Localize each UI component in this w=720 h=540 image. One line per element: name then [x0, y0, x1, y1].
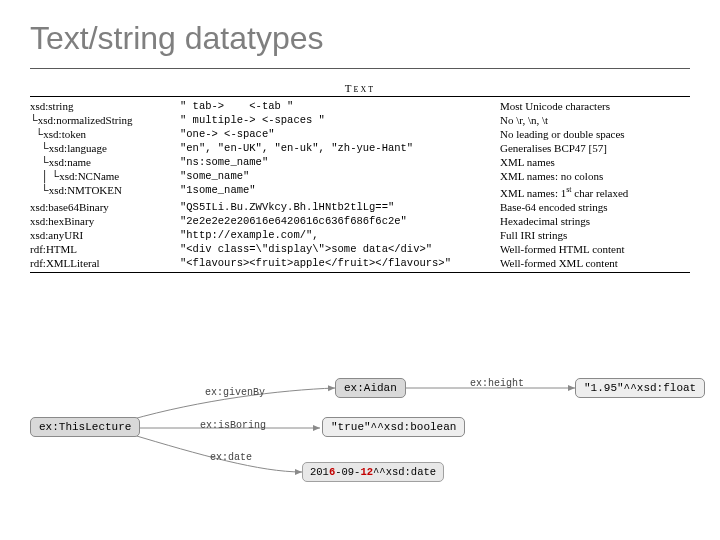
type-desc: Generalises BCP47 [57]: [500, 141, 690, 155]
page-title: Text/string datatypes: [30, 20, 323, 57]
type-example: "some_name": [180, 169, 500, 183]
rdf-graph: ex:ThisLecture ex:Aidan "true"^^xsd:bool…: [0, 380, 720, 520]
table-rule-bottom: [30, 272, 690, 273]
table-row: │ └xsd:NCName"some_name"XML names: no co…: [30, 169, 690, 183]
type-name: xsd:anyURI: [30, 228, 180, 242]
type-name: └xsd:normalizedString: [30, 113, 180, 127]
type-example: "<flavours><fruit>apple</fruit></flavour…: [180, 256, 500, 270]
table-header: Text: [30, 82, 690, 94]
type-desc: XML names: no colons: [500, 169, 690, 183]
type-example: "1some_name": [180, 183, 500, 200]
table-row: └xsd:name"ns:some_name"XML names: [30, 155, 690, 169]
type-name: └xsd:NMTOKEN: [30, 183, 180, 200]
datatype-table: Text xsd:string" tab-> <-tab "Most Unico…: [30, 82, 690, 273]
type-example: "QS5ILi.Bu.ZWVkcy.Bh.lHNtb2tlLg==": [180, 200, 500, 214]
edge-label-isBoring: ex:isBoring: [200, 420, 266, 431]
table-row: xsd:string" tab-> <-tab "Most Unicode ch…: [30, 99, 690, 113]
type-name: xsd:base64Binary: [30, 200, 180, 214]
title-underline: [30, 68, 690, 69]
table-row: └xsd:normalizedString" multiple-> <-spac…: [30, 113, 690, 127]
type-desc: No leading or double spaces: [500, 127, 690, 141]
type-example: "en", "en-UK", "en-uk", "zh-yue-Hant": [180, 141, 500, 155]
table-row: xsd:hexBinary"2e2e2e2e20616e6420616c636f…: [30, 214, 690, 228]
type-desc: Base-64 encoded strings: [500, 200, 690, 214]
type-example: " tab-> <-tab ": [180, 99, 500, 113]
type-name: │ └xsd:NCName: [30, 169, 180, 183]
type-name: └xsd:language: [30, 141, 180, 155]
edge-label-height: ex:height: [470, 378, 524, 389]
type-name: xsd:string: [30, 99, 180, 113]
type-desc: Full IRI strings: [500, 228, 690, 242]
type-desc: Well-formed HTML content: [500, 242, 690, 256]
type-desc: XML names: 1st char relaxed: [500, 183, 690, 200]
type-example: "<div class=\"display\">some data</div>": [180, 242, 500, 256]
edge-label-date: ex:date: [210, 452, 252, 463]
table-row: xsd:base64Binary"QS5ILi.Bu.ZWVkcy.Bh.lHN…: [30, 200, 690, 214]
type-example: "2e2e2e2e20616e6420616c636f686f6c2e": [180, 214, 500, 228]
type-desc: XML names: [500, 155, 690, 169]
table-rule-top: [30, 96, 690, 97]
type-example: "one-> <-space": [180, 127, 500, 141]
node-height: "1.95"^^xsd:float: [575, 378, 705, 398]
table-row: rdf:XMLLiteral"<flavours><fruit>apple</f…: [30, 256, 690, 270]
edge-label-givenBy: ex:givenBy: [205, 387, 265, 398]
type-example: " multiple-> <-spaces ": [180, 113, 500, 127]
type-name: rdf:XMLLiteral: [30, 256, 180, 270]
node-aidan: ex:Aidan: [335, 378, 406, 398]
table-row: xsd:anyURI"http://example.com/",Full IRI…: [30, 228, 690, 242]
type-desc: Hexadecimal strings: [500, 214, 690, 228]
type-example: "ns:some_name": [180, 155, 500, 169]
type-name: rdf:HTML: [30, 242, 180, 256]
type-example: "http://example.com/",: [180, 228, 500, 242]
table-row: └xsd:language"en", "en-UK", "en-uk", "zh…: [30, 141, 690, 155]
type-desc: Well-formed XML content: [500, 256, 690, 270]
type-desc: Most Unicode characters: [500, 99, 690, 113]
table-row: └xsd:token"one-> <-space"No leading or d…: [30, 127, 690, 141]
type-name: └xsd:token: [30, 127, 180, 141]
type-name: xsd:hexBinary: [30, 214, 180, 228]
type-desc: No \r, \n, \t: [500, 113, 690, 127]
table-row: └xsd:NMTOKEN"1some_name"XML names: 1st c…: [30, 183, 690, 200]
node-this-lecture: ex:ThisLecture: [30, 417, 140, 437]
table-row: rdf:HTML"<div class=\"display\">some dat…: [30, 242, 690, 256]
node-date: 2016-09-12^^xsd:date: [302, 462, 444, 482]
node-true: "true"^^xsd:boolean: [322, 417, 465, 437]
type-name: └xsd:name: [30, 155, 180, 169]
